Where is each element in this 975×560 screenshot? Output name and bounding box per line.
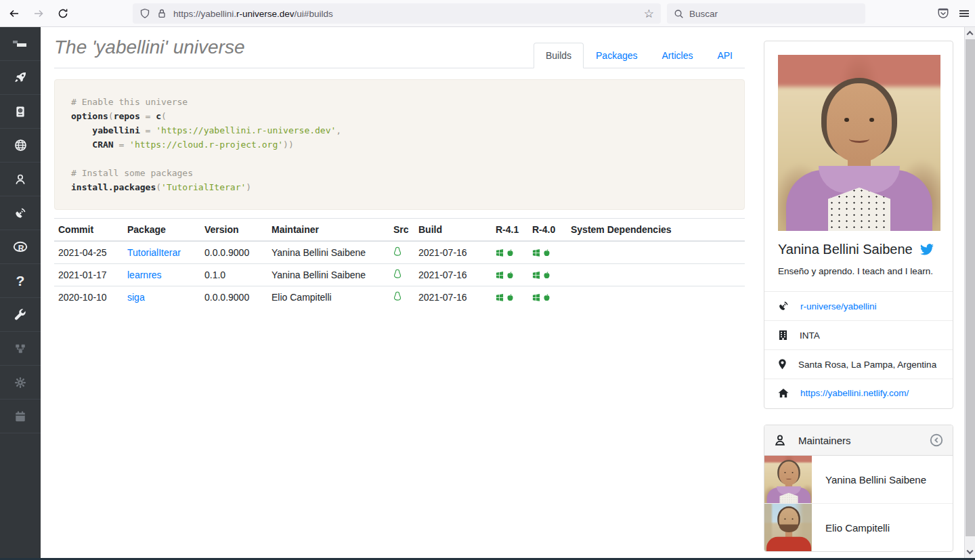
calendar-icon [14,410,26,423]
sidebar-item-wrench[interactable] [0,298,41,332]
column-header: Version [203,219,270,242]
pocket-icon[interactable] [937,7,949,20]
page-title: The 'yabellini' universe [54,37,534,68]
lock-icon [156,8,167,19]
browser-window: https://yabellini.r-universe.dev/ui#buil… [0,0,975,560]
sidebar-item-logo[interactable] [0,27,41,61]
tab-builds[interactable]: Builds [534,43,584,68]
apple-icon [506,249,514,257]
code-line: # Install some packages [71,166,728,180]
package-link[interactable]: siga [127,292,145,303]
sysdeps-cell [569,264,745,286]
map-marker-icon [778,359,787,370]
page-scrollbar[interactable] [964,27,975,560]
column-header: System Dependencies [569,219,745,242]
maintainer-row[interactable]: Yanina Bellini Saibene [764,456,953,503]
shield-icon [139,8,150,19]
windows-icon [532,293,540,301]
windows-icon [496,271,504,279]
question-icon: ? [16,273,25,289]
satellite-dish-icon [14,207,26,219]
scroll-up-icon[interactable] [967,31,974,38]
r41-cell [494,241,531,264]
sysdeps-cell [569,241,745,264]
version-cell: 0.1.0 [203,264,270,286]
rocket-icon [14,71,27,84]
apple-icon [506,293,514,302]
src-cell [392,286,417,309]
build-cell: 2021-07-16 [417,264,494,286]
version-cell: 0.0.0.9000 [203,286,270,309]
profile-link-runiverse[interactable]: r-universe/yabellini [764,291,953,320]
profile-name: Yanina Bellini Saibene [778,242,913,257]
profile-card: Yanina Bellini Saibene Enseño y aprendo.… [764,41,953,409]
commit-cell: 2021-04-25 [54,241,126,264]
maintainer-cell: Yanina Bellini Saibene [270,241,392,264]
sidebar-item-help[interactable]: ? [0,264,41,298]
commit-cell: 2021-01-17 [54,264,126,286]
version-cell: 0.0.0.9000 [203,241,270,264]
maintainer-cell: Yanina Bellini Saibene [270,264,392,286]
package-link[interactable]: learnres [127,270,162,280]
column-header: Commit [54,219,126,242]
sidebar-item-sitemap[interactable] [0,332,41,366]
sysdeps-cell [569,286,745,309]
maintainer-name: Elio Campitelli [812,522,890,534]
r41-cell [494,264,531,286]
sidebar-item-satellite-dish[interactable] [0,196,41,230]
back-button[interactable] [4,3,24,24]
maintainers-header: Maintainers [764,425,953,456]
code-line: CRAN = 'https://cloud.r-project.org')) [71,137,728,152]
profile-name-row: Yanina Bellini Saibene [778,242,939,257]
tab-articles[interactable]: Articles [650,43,706,68]
windows-icon [532,249,540,257]
apple-icon [543,249,550,257]
profile-bio: Enseño y aprendo. I teach and I learn. [778,266,939,276]
menu-icon[interactable] [959,8,970,19]
package-cell: siga [126,286,203,309]
tab-api[interactable]: API [705,43,745,68]
r-logo-icon: R [13,241,28,253]
src-cell [392,264,417,286]
maintainers-title: Maintainers [798,435,917,446]
sidebar-item-passport[interactable] [0,95,41,129]
code-line: options(repos = c( [71,109,728,123]
forward-button[interactable] [28,3,49,24]
sidebar-item-settings[interactable] [0,366,41,400]
windows-icon [532,271,540,279]
reload-button[interactable] [53,3,73,24]
profile-links: r-universe/yabellini INTA Santa Rosa, La… [764,291,953,407]
search-bar[interactable]: Buscar [667,3,865,24]
package-link[interactable]: TutorialIterar [127,247,181,258]
maintainer-avatar [764,504,812,551]
scroll-down-icon[interactable] [967,548,974,555]
build-cell: 2021-07-16 [417,241,494,264]
svg-text:R: R [18,243,24,253]
profile-website[interactable]: https://yabellini.netlify.com/ [764,379,953,407]
building-icon [778,330,788,341]
r40-cell [531,264,569,286]
sidebar-item-calendar[interactable] [0,400,41,433]
url-bar[interactable]: https://yabellini.r-universe.dev/ui#buil… [133,3,661,24]
sidebar-item-user[interactable] [0,163,41,196]
table-row: 2021-01-17 learnres 0.1.0 Yanina Bellini… [54,264,745,286]
column-header: R-4.0 [531,219,569,242]
bookmark-star-icon[interactable]: ☆ [644,8,654,20]
sitemap-icon [14,343,26,355]
maintainer-row[interactable]: Elio Campitelli [764,503,953,551]
tab-packages[interactable]: Packages [584,43,649,68]
column-header: Package [126,219,203,242]
r40-cell [531,241,569,264]
sidebar-item-globe[interactable] [0,129,41,163]
passport-icon [14,106,26,118]
collapse-circle-icon[interactable] [930,433,943,447]
main-content: The 'yabellini' universe Builds Packages… [41,27,758,560]
package-cell: learnres [126,264,203,286]
column-header: R-4.1 [494,219,531,242]
logo-mark-icon [13,41,28,47]
maintainer-name: Yanina Bellini Saibene [812,474,926,486]
twitter-icon[interactable] [919,244,934,256]
sidebar-item-r-logo[interactable]: R [0,230,41,264]
sidebar-item-rocket[interactable] [0,61,41,95]
scrollbar-thumb[interactable] [966,39,975,536]
